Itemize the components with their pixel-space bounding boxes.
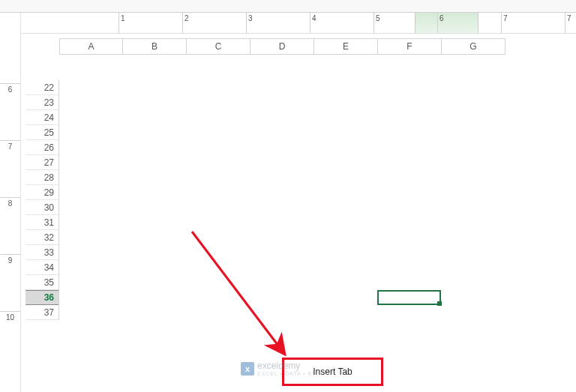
h-ruler-tick: 2	[182, 13, 190, 33]
column-header[interactable]: C	[187, 39, 250, 54]
vertical-ruler: 678910	[0, 13, 21, 392]
column-header[interactable]: A	[59, 39, 123, 54]
h-ruler-tick: 3	[246, 13, 254, 33]
h-ruler-tick: 7	[565, 13, 573, 33]
row-header[interactable]: 25	[26, 125, 58, 140]
h-ruler-tick: 6	[437, 13, 446, 33]
row-header[interactable]: 29	[26, 185, 58, 200]
watermark-logo-icon	[241, 362, 254, 376]
row-header[interactable]: 30	[26, 200, 58, 215]
v-ruler-tick: 10	[0, 311, 20, 322]
h-ruler-tick: 5	[374, 13, 382, 33]
watermark-brand: exceldemy	[257, 361, 300, 371]
h-ruler-tick: 1	[118, 13, 127, 33]
row-header[interactable]: 23	[26, 95, 58, 110]
top-formula-strip	[0, 0, 576, 13]
workspace: 678910 12345677 ABCDEFG 2223242526272829…	[0, 13, 576, 392]
column-header[interactable]: B	[123, 39, 187, 54]
column-header[interactable]: D	[250, 39, 314, 54]
h-ruler-tick: 7	[501, 13, 509, 33]
row-header[interactable]: 27	[26, 155, 58, 170]
row-headers-column: 22232425262728293031323334353637	[26, 80, 59, 320]
row-header[interactable]: 31	[26, 215, 58, 230]
v-ruler-tick: 7	[0, 140, 20, 151]
row-header[interactable]: 26	[26, 140, 58, 155]
worksheet[interactable]: ABCDEFG 22232425262728293031323334353637	[26, 38, 506, 338]
row-header[interactable]: 28	[26, 170, 58, 185]
row-header[interactable]: 36	[26, 290, 58, 305]
column-headers-row: ABCDEFG	[59, 38, 506, 55]
v-ruler-tick: 8	[0, 197, 20, 208]
active-cell[interactable]	[377, 290, 441, 305]
row-header[interactable]: 33	[26, 245, 58, 260]
column-header[interactable]: G	[442, 39, 506, 54]
horizontal-ruler: 12345677	[21, 13, 576, 34]
watermark: exceldemy EXCEL • DATA • BI	[241, 361, 314, 376]
row-header[interactable]: 35	[26, 275, 58, 290]
fill-handle[interactable]	[437, 301, 442, 306]
ruler-highlight	[415, 13, 478, 33]
h-ruler-tick: 4	[310, 13, 318, 33]
callout-label: Insert Tab	[313, 367, 352, 377]
watermark-tagline: EXCEL • DATA • BI	[257, 371, 314, 376]
row-header[interactable]: 22	[26, 80, 58, 95]
row-header[interactable]: 37	[26, 305, 58, 320]
cells-grid[interactable]	[59, 80, 506, 335]
v-ruler-tick: 6	[0, 83, 20, 94]
row-header[interactable]: 34	[26, 260, 58, 275]
row-header[interactable]: 32	[26, 230, 58, 245]
column-header[interactable]: E	[314, 39, 378, 54]
row-header[interactable]: 24	[26, 110, 58, 125]
v-ruler-tick: 9	[0, 254, 20, 265]
column-header[interactable]: F	[378, 39, 442, 54]
